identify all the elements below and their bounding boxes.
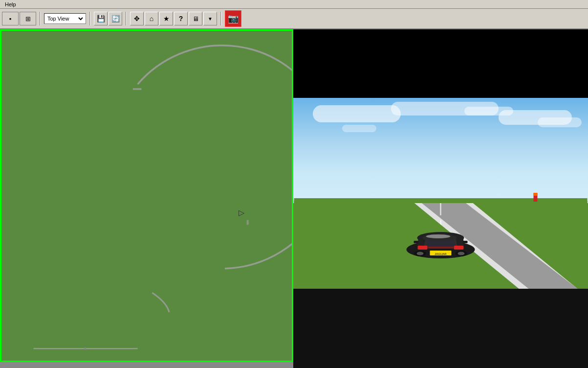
svg-rect-22	[454, 246, 464, 250]
toolbar: ▪ ⊞ Top View Front View Side View Perspe…	[0, 9, 588, 29]
move-button[interactable]: ✥	[130, 12, 144, 25]
svg-rect-32	[414, 241, 419, 243]
view-selector-wrapper[interactable]: Top View Front View Side View Perspectiv…	[44, 13, 86, 24]
home-button[interactable]: ⌂	[145, 12, 158, 25]
refresh-icon: 🔄	[111, 15, 120, 23]
svg-rect-21	[418, 246, 428, 250]
monitor-icon: 🖥	[193, 15, 199, 23]
home-icon: ⌂	[150, 15, 153, 23]
help-button[interactable]: ?	[174, 12, 188, 25]
nav-tools-group: ✥ ⌂ ★ ? 🖥 ▼	[130, 12, 217, 25]
single-view-button[interactable]: ▪	[2, 12, 19, 25]
quad-view-icon: ⊞	[25, 15, 31, 23]
panel-top-right	[293, 29, 588, 98]
svg-rect-33	[463, 241, 468, 243]
svg-rect-2	[247, 220, 249, 225]
separator-3	[126, 12, 127, 25]
move-icon: ✥	[134, 15, 140, 23]
help-icon: ?	[179, 15, 183, 23]
monitor-button[interactable]: 🖥	[189, 12, 202, 25]
save-icon: 💾	[97, 15, 105, 23]
svg-rect-23	[428, 247, 454, 249]
view-selector[interactable]: Top View Front View Side View Perspectiv…	[45, 15, 85, 22]
menu-bar: Help	[0, 0, 588, 9]
viewport-right: JAGUAR	[293, 29, 588, 368]
svg-point-31	[426, 234, 451, 238]
svg-rect-13	[294, 198, 588, 203]
camera-icon: 📷	[228, 13, 239, 24]
camera-button[interactable]: 📷	[225, 10, 241, 27]
save-button[interactable]: 💾	[94, 12, 108, 25]
single-view-icon: ▪	[9, 15, 12, 23]
separator-1	[40, 12, 41, 25]
quad-view-button[interactable]: ⊞	[20, 12, 36, 25]
separator-4	[220, 12, 221, 25]
track-svg	[1, 31, 292, 361]
panel-bot-right	[293, 289, 588, 368]
separator-2	[89, 12, 90, 25]
svg-text:JAGUAR: JAGUAR	[435, 253, 447, 255]
svg-rect-1	[133, 88, 142, 90]
file-buttons-group: 💾 🔄	[94, 12, 122, 25]
layout-buttons-group: ▪ ⊞	[2, 12, 36, 25]
viewport-left[interactable]: ▷	[0, 29, 293, 362]
svg-rect-3	[85, 347, 87, 350]
svg-point-28	[417, 252, 424, 255]
panel-mid-right: JAGUAR	[293, 98, 588, 289]
star-button[interactable]: ★	[159, 12, 173, 25]
svg-rect-15	[534, 193, 538, 196]
menu-help[interactable]: Help	[2, 1, 19, 8]
dropdown-button[interactable]: ▼	[203, 12, 217, 25]
refresh-button[interactable]: 🔄	[109, 12, 122, 25]
svg-point-29	[458, 252, 465, 255]
dropdown-icon: ▼	[208, 16, 213, 22]
road-scene: JAGUAR	[293, 98, 588, 289]
main-area: ▷	[0, 29, 588, 368]
star-icon: ★	[163, 15, 170, 23]
